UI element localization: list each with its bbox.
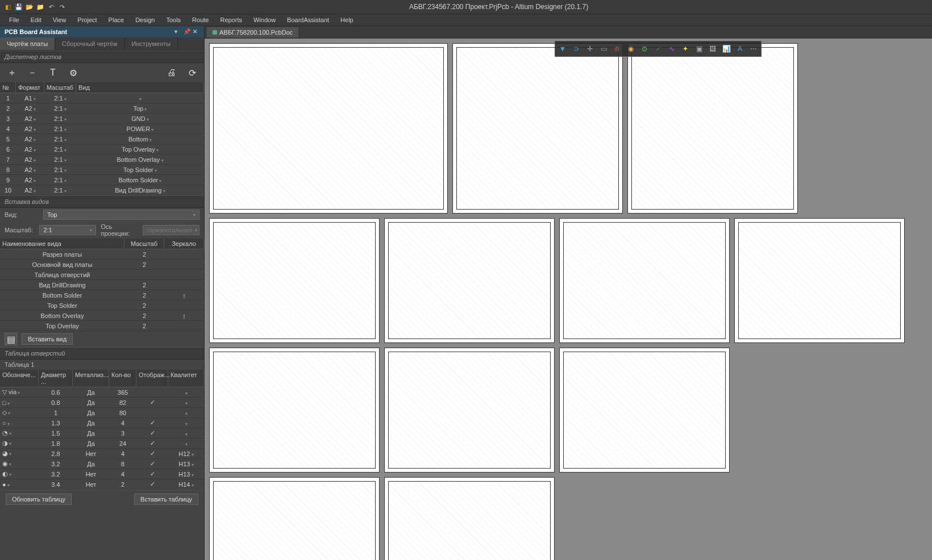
drawing-sheet[interactable] — [209, 43, 448, 214]
col-format[interactable]: Формат — [16, 82, 44, 93]
drawing-sheet[interactable] — [384, 218, 555, 343]
sheet-row[interactable]: 7 A2 2:1 Bottom Overlay — [0, 154, 204, 165]
add-sheet-icon[interactable]: ＋ — [6, 66, 18, 79]
col-viewscale[interactable]: Масштаб — [124, 239, 164, 249]
col-display[interactable]: Отображ... — [136, 370, 168, 387]
hole-row[interactable]: ◉ 3.2 Да 8 ✓ H13 — [0, 459, 204, 469]
insert-table-button[interactable]: Вставить таблицу — [134, 494, 198, 505]
hole-row[interactable]: ◕ 2.8 Нет 4 ✓ H12 — [0, 449, 204, 459]
view-row[interactable]: Разрез платы 2 — [0, 249, 204, 260]
drawing-sheet[interactable] — [209, 477, 380, 560]
view-row[interactable]: Top Overlay 2 — [0, 321, 204, 331]
menu-place[interactable]: Place — [103, 15, 130, 24]
pcb-canvas[interactable]: ▼ ⊃ ✛ ▭ ⫙ ◉ ⊙ ⟋ ∿ ✦ ▣ 🖼 📊 A ⋯ — [205, 39, 932, 560]
view-row[interactable]: Основной вид платы 2 — [0, 260, 204, 270]
col-qty[interactable]: Кол-во — [109, 370, 136, 387]
view-row[interactable]: Bottom Solder 2 ↕ — [0, 290, 204, 300]
col-diameter[interactable]: Диаметр ... — [39, 370, 73, 387]
drawing-sheet[interactable] — [734, 218, 905, 343]
menu-reports[interactable]: Reports — [214, 15, 248, 24]
col-num[interactable]: № — [0, 82, 16, 93]
menu-file[interactable]: File — [3, 15, 25, 24]
route-icon[interactable]: ∿ — [665, 43, 678, 55]
tab-tools[interactable]: Инструменты — [125, 37, 178, 50]
sheet-row[interactable]: 5 A2 2:1 Bottom — [0, 134, 204, 144]
hole-row[interactable]: ● 3.4 Нет 2 ✓ H14 — [0, 479, 204, 490]
sheet-row[interactable]: 8 A2 2:1 Top Solder — [0, 165, 204, 175]
layer-toggle-icon[interactable]: ▣ — [693, 43, 705, 55]
axis-select[interactable]: горизонтальная — [143, 225, 199, 235]
sheet-row[interactable]: 10 A2 2:1 Вид DrillDrawing — [0, 185, 204, 195]
settings-icon[interactable]: ⚙ — [67, 66, 80, 79]
layer-icon[interactable]: ▤ — [5, 333, 17, 345]
view-row[interactable]: Bottom Overlay 2 ↕ — [0, 311, 204, 321]
sheet-row[interactable]: 6 A2 2:1 Top Overlay — [0, 144, 204, 154]
update-table-button[interactable]: Обновить таблицу — [6, 494, 72, 505]
drawing-sheet[interactable] — [384, 348, 555, 473]
pad-icon[interactable]: ◉ — [625, 43, 637, 55]
menu-project[interactable]: Project — [72, 15, 102, 24]
insert-view-button[interactable]: Вставить вид — [22, 333, 73, 345]
sheet-row[interactable]: 9 A2 2:1 Bottom Solder — [0, 175, 204, 185]
file-tab-pcbdoc[interactable]: АВБГ.758200.100.PcbDoc — [207, 27, 298, 37]
menu-edit[interactable]: Edit — [25, 15, 47, 24]
filter-icon[interactable]: ▼ — [556, 43, 569, 55]
tab-board-drawing[interactable]: Чертёж платы — [0, 37, 55, 50]
remove-sheet-icon[interactable]: － — [26, 66, 39, 79]
sheet-row[interactable]: 2 A2 2:1 Top — [0, 103, 204, 114]
hole-row[interactable]: □ 0.8 Да 82 ✓ — [0, 398, 204, 408]
menu-tools[interactable]: Tools — [160, 15, 186, 24]
view-row[interactable]: Вид DrillDrawing 2 — [0, 280, 204, 290]
sheet-row[interactable]: 1 A1 2:1 — [0, 93, 204, 103]
drawing-sheet[interactable] — [559, 218, 730, 343]
hole-row[interactable]: ◔ 1.5 Да 3 ✓ — [0, 428, 204, 438]
drawing-sheet[interactable] — [384, 477, 555, 560]
sheet-row[interactable]: 3 A2 2:1 GND — [0, 114, 204, 124]
panel-dropdown-icon[interactable]: ▾ — [174, 28, 181, 35]
text-tool-icon[interactable]: A — [734, 43, 746, 55]
text-icon[interactable]: T — [47, 66, 59, 79]
view-row[interactable]: Top Solder 2 — [0, 300, 204, 311]
panel-pin-icon[interactable]: 📌 — [184, 28, 190, 35]
scale-select[interactable]: 2:1 — [39, 225, 96, 235]
image-icon[interactable]: 🖼 — [706, 43, 719, 55]
app-icon[interactable]: ◧ — [3, 2, 13, 11]
folder-icon[interactable]: 📁 — [36, 2, 45, 11]
magnet-icon[interactable]: ⊃ — [570, 43, 582, 55]
hole-row[interactable]: ◐ 3.2 Нет 4 ✓ H13 — [0, 469, 204, 479]
view-select[interactable]: Top — [43, 210, 199, 220]
drawing-sheet[interactable] — [209, 348, 380, 473]
panel-close-icon[interactable]: ✕ — [193, 28, 199, 35]
tab-assembly-drawing[interactable]: Сборочный чертёж — [55, 37, 125, 50]
chart-icon[interactable]: 📊 — [720, 43, 733, 55]
refresh-icon[interactable]: ⟳ — [186, 66, 198, 79]
crosshair-icon[interactable]: ✛ — [584, 43, 596, 55]
drawing-sheet[interactable] — [627, 43, 798, 214]
col-scale[interactable]: Масштаб — [44, 82, 76, 93]
undo-icon[interactable]: ↶ — [47, 2, 56, 11]
hole-row[interactable]: ◑ 1.8 Да 24 ✓ — [0, 438, 204, 449]
align-icon[interactable]: ⫙ — [611, 43, 623, 55]
view-row[interactable]: Таблица отверстий — [0, 270, 204, 280]
star-icon[interactable]: ✦ — [679, 43, 692, 55]
drawing-sheet[interactable] — [209, 218, 380, 343]
col-viewname[interactable]: Наименование вида — [0, 239, 124, 249]
hole-row[interactable]: ◇ 1 Да 80 — [0, 408, 204, 418]
open-icon[interactable]: 📂 — [25, 2, 34, 11]
track-icon[interactable]: ⟋ — [652, 43, 664, 55]
menu-view[interactable]: View — [47, 15, 72, 24]
menu-boardassistant[interactable]: BoardAssistant — [281, 15, 335, 24]
hole-row[interactable]: ○ 1.3 Да 4 ✓ — [0, 418, 204, 428]
col-symbol[interactable]: Обозначе... — [0, 370, 39, 387]
menu-help[interactable]: Help — [335, 15, 359, 24]
rect-icon[interactable]: ▭ — [597, 43, 610, 55]
hole-row[interactable]: ▽ via 0.6 Да 365 — [0, 387, 204, 398]
col-mirror[interactable]: Зеркало — [164, 239, 204, 249]
menu-design[interactable]: Design — [130, 15, 160, 24]
more-icon[interactable]: ⋯ — [747, 43, 760, 55]
print-icon[interactable]: 🖨 — [165, 66, 178, 79]
col-view[interactable]: Вид — [76, 82, 204, 93]
sheet-row[interactable]: 4 A2 2:1 POWER — [0, 124, 204, 134]
col-quality[interactable]: Квалитет — [168, 370, 204, 387]
menu-window[interactable]: Window — [248, 15, 281, 24]
